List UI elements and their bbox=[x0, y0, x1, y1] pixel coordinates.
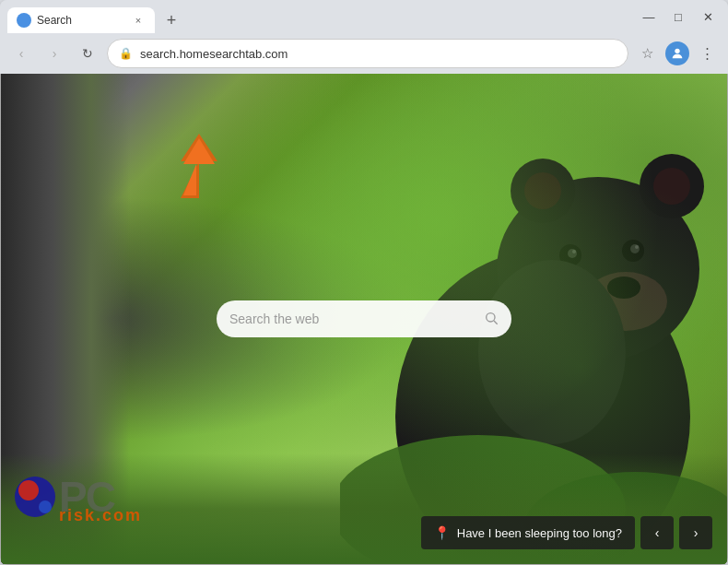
notification-next-button[interactable]: › bbox=[679, 516, 712, 549]
new-tab-button[interactable]: + bbox=[159, 7, 184, 33]
webpage-content: Search the web PC bbox=[0, 74, 728, 565]
pcrisk-risk-text: risk.com bbox=[59, 506, 142, 524]
back-button[interactable]: ‹ bbox=[7, 40, 35, 67]
search-icon bbox=[484, 311, 499, 328]
profile-button[interactable] bbox=[665, 41, 689, 65]
maximize-button[interactable]: □ bbox=[665, 4, 691, 29]
notification-pill: 📍 Have I been sleeping too long? bbox=[421, 516, 635, 549]
forward-button[interactable]: › bbox=[41, 40, 68, 67]
tab-close-button[interactable]: × bbox=[131, 13, 146, 28]
svg-point-21 bbox=[487, 312, 495, 321]
browser-window: Search × + — □ ✕ ‹ › ↻ 🔒 search.homesear… bbox=[0, 0, 728, 565]
tab-strip: Search × + bbox=[7, 0, 632, 33]
close-button[interactable]: ✕ bbox=[695, 4, 721, 29]
refresh-button[interactable]: ↻ bbox=[74, 40, 101, 67]
tab-favicon bbox=[17, 13, 31, 28]
menu-button[interactable]: ⋮ bbox=[693, 40, 721, 67]
svg-point-0 bbox=[675, 49, 679, 53]
minimize-button[interactable]: — bbox=[636, 4, 662, 29]
active-tab[interactable]: Search × bbox=[7, 7, 155, 33]
window-controls: — □ ✕ bbox=[636, 4, 721, 29]
address-bar[interactable]: 🔒 search.homesearchtab.com bbox=[107, 39, 628, 68]
title-bar: Search × + — □ ✕ bbox=[0, 0, 728, 33]
pcrisk-logo: PC risk.com bbox=[15, 476, 114, 518]
svg-line-22 bbox=[494, 321, 498, 324]
bookmark-button[interactable]: ☆ bbox=[634, 41, 660, 66]
url-display: search.homesearchtab.com bbox=[140, 47, 616, 61]
notification-text: Have I been sleeping too long? bbox=[457, 526, 622, 540]
toolbar: ‹ › ↻ 🔒 search.homesearchtab.com ☆ ⋮ bbox=[0, 33, 728, 74]
search-container: Search the web bbox=[217, 300, 511, 337]
notification-prev-button[interactable]: ‹ bbox=[640, 516, 674, 549]
search-box[interactable]: Search the web bbox=[217, 300, 511, 337]
tab-title: Search bbox=[37, 14, 125, 27]
bottom-notification: 📍 Have I been sleeping too long? ‹ › bbox=[421, 516, 712, 549]
pin-icon: 📍 bbox=[434, 525, 450, 540]
arrow-annotation bbox=[176, 129, 236, 206]
search-placeholder: Search the web bbox=[229, 312, 476, 326]
security-icon: 🔒 bbox=[119, 47, 133, 60]
toolbar-icons: ⋮ bbox=[665, 40, 721, 67]
